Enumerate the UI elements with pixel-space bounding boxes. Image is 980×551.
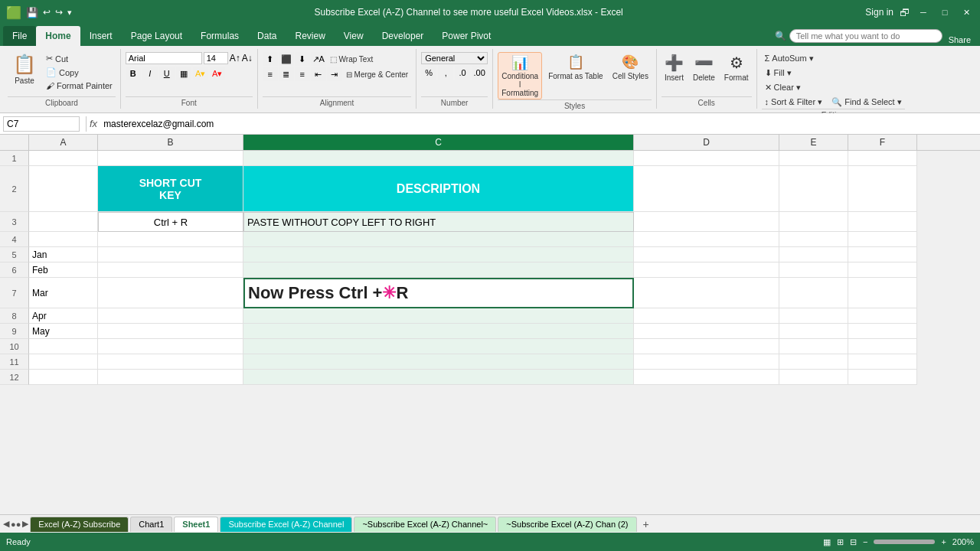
cell-c1[interactable] xyxy=(243,151,634,166)
row-header-11[interactable]: 11 xyxy=(0,354,29,370)
increase-decimal-button[interactable]: .00 xyxy=(472,66,487,80)
col-header-f[interactable]: F xyxy=(848,135,917,150)
sheet-tab-tilde-channel-2[interactable]: ~Subscribe Excel (A-Z) Chan (2) xyxy=(498,517,636,532)
underline-button[interactable]: U xyxy=(159,67,175,80)
comma-button[interactable]: , xyxy=(438,66,453,80)
italic-button[interactable]: I xyxy=(142,67,158,80)
cell-b7[interactable] xyxy=(98,278,243,308)
col-header-b[interactable]: B xyxy=(98,135,243,150)
row-header-9[interactable]: 9 xyxy=(0,324,29,339)
cell-c12[interactable] xyxy=(243,370,634,385)
row-header-7[interactable]: 7 xyxy=(0,278,29,308)
decrease-decimal-button[interactable]: .0 xyxy=(455,66,470,80)
cell-b10[interactable] xyxy=(98,339,243,354)
cell-a5[interactable]: Jan xyxy=(29,247,98,262)
zoom-slider[interactable] xyxy=(874,540,935,544)
cell-c8[interactable] xyxy=(243,308,634,324)
cell-a2[interactable] xyxy=(29,166,98,212)
cell-f6[interactable] xyxy=(848,262,917,278)
search-input[interactable] xyxy=(789,29,942,43)
row-header-10[interactable]: 10 xyxy=(0,339,29,354)
row-header-5[interactable]: 5 xyxy=(0,247,29,262)
align-top-button[interactable]: ⬆ xyxy=(263,52,278,66)
cell-b8[interactable] xyxy=(98,308,243,324)
conditional-formatting-button[interactable]: 📊 Conditional Formatting xyxy=(498,52,542,99)
decrease-font-icon[interactable]: A↓ xyxy=(242,53,253,64)
cell-e5[interactable] xyxy=(779,247,848,262)
cell-d10[interactable] xyxy=(634,339,779,354)
cell-a1[interactable] xyxy=(29,151,98,166)
increase-font-icon[interactable]: A↑ xyxy=(230,53,240,64)
align-right-button[interactable]: ≡ xyxy=(295,67,310,81)
sheet-nav-right[interactable]: ▶ xyxy=(22,519,28,529)
ribbon-layout-icon[interactable]: 🗗 xyxy=(900,7,910,18)
cell-a11[interactable] xyxy=(29,354,98,370)
format-button[interactable]: ⚙ Format xyxy=(721,52,752,83)
insert-button[interactable]: ➕ Insert xyxy=(662,52,687,83)
cell-f2[interactable] xyxy=(848,166,917,212)
cell-e2[interactable] xyxy=(779,166,848,212)
bold-button[interactable]: B xyxy=(126,67,141,80)
cell-c4[interactable] xyxy=(243,232,634,247)
cell-b5[interactable] xyxy=(98,247,243,262)
add-sheet-button[interactable]: + xyxy=(639,517,654,532)
align-bottom-button[interactable]: ⬇ xyxy=(295,52,310,66)
sheet-tab-chart1[interactable]: Chart1 xyxy=(130,517,172,532)
fill-color-button[interactable]: A▾ xyxy=(193,67,208,80)
sheet-tab-sheet1[interactable]: Sheet1 xyxy=(174,517,218,532)
font-color-button[interactable]: A▾ xyxy=(210,67,225,80)
cell-c2[interactable]: DESCRIPTION xyxy=(243,166,634,212)
find-select-button[interactable]: 🔍 Find & Select ▾ xyxy=(828,96,905,109)
cell-b1[interactable] xyxy=(98,151,243,166)
decrease-indent-button[interactable]: ⇤ xyxy=(311,67,326,81)
tab-formulas[interactable]: Formulas xyxy=(191,26,248,46)
sheet-tab-excel-az[interactable]: Excel (A-Z) Subscribe xyxy=(30,517,129,532)
cell-a3[interactable] xyxy=(29,212,98,232)
cell-e10[interactable] xyxy=(779,339,848,354)
cell-a10[interactable] xyxy=(29,339,98,354)
cell-f8[interactable] xyxy=(848,308,917,324)
cell-f9[interactable] xyxy=(848,324,917,339)
cell-c5[interactable] xyxy=(243,247,634,262)
cell-e4[interactable] xyxy=(779,232,848,247)
row-header-12[interactable]: 12 xyxy=(0,370,29,385)
cell-d7[interactable] xyxy=(634,278,779,308)
autosum-button[interactable]: Σ AutoSum ▾ xyxy=(762,52,817,65)
row-header-6[interactable]: 6 xyxy=(0,262,29,278)
cell-d11[interactable] xyxy=(634,354,779,370)
quick-save-icon[interactable]: 💾 xyxy=(26,7,38,18)
tab-page-layout[interactable]: Page Layout xyxy=(122,26,191,46)
cell-f12[interactable] xyxy=(848,370,917,385)
cell-c7[interactable]: Now Press Ctrl +✳R xyxy=(243,278,634,308)
align-left-button[interactable]: ≡ xyxy=(263,67,278,81)
tab-insert[interactable]: Insert xyxy=(80,26,122,46)
increase-indent-button[interactable]: ⇥ xyxy=(327,67,342,81)
cell-c11[interactable] xyxy=(243,354,634,370)
cell-d1[interactable] xyxy=(634,151,779,166)
cell-e8[interactable] xyxy=(779,308,848,324)
signin-button[interactable]: Sign in xyxy=(865,7,893,18)
cell-b11[interactable] xyxy=(98,354,243,370)
col-header-d[interactable]: D xyxy=(634,135,779,150)
format-painter-button[interactable]: 🖌 Format Painter xyxy=(43,80,116,92)
cell-f1[interactable] xyxy=(848,151,917,166)
border-button[interactable]: ▦ xyxy=(176,67,191,80)
view-normal-icon[interactable]: ▦ xyxy=(823,537,831,547)
sheet-nav-left[interactable]: ◀ xyxy=(3,519,9,529)
cell-e6[interactable] xyxy=(779,262,848,278)
zoom-out-button[interactable]: − xyxy=(863,537,867,546)
row-header-4[interactable]: 4 xyxy=(0,232,29,247)
cell-b12[interactable] xyxy=(98,370,243,385)
tab-view[interactable]: View xyxy=(335,26,373,46)
cell-d5[interactable] xyxy=(634,247,779,262)
formula-content[interactable]: masterexcelaz@gmail.com xyxy=(100,117,977,131)
fill-button[interactable]: ⬇ Fill ▾ xyxy=(762,67,795,80)
view-page-break-icon[interactable]: ⊟ xyxy=(850,537,857,547)
cell-e11[interactable] xyxy=(779,354,848,370)
cell-reference-box[interactable] xyxy=(3,116,80,132)
row-header-2[interactable]: 2 xyxy=(0,166,29,212)
tab-home[interactable]: Home xyxy=(36,26,80,46)
col-header-c[interactable]: C xyxy=(243,135,634,150)
cell-a7[interactable]: Mar xyxy=(29,278,98,308)
align-middle-button[interactable]: ⬛ xyxy=(279,52,294,66)
